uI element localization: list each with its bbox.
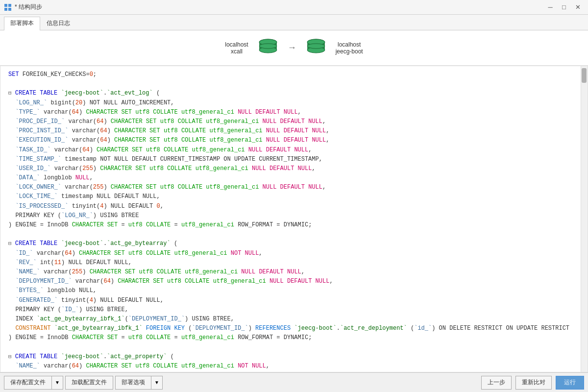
- scrollbar-thumb[interactable]: [582, 68, 587, 83]
- source-db-icon: [258, 38, 278, 57]
- prev-step-button[interactable]: 上一步: [481, 376, 512, 390]
- toggle-1[interactable]: ⊟: [8, 90, 12, 96]
- tab-info-log[interactable]: 信息日志: [40, 17, 76, 30]
- toggle-3[interactable]: ⊟: [8, 354, 12, 360]
- source-db: xcall: [225, 48, 248, 55]
- source-connection: localhost xcall: [225, 41, 248, 55]
- set-statement: SET FOREIGN_KEY_CHECKS=0;: [8, 70, 580, 79]
- save-config-button[interactable]: 保存配置文件: [4, 376, 52, 390]
- target-db-icon: [306, 38, 326, 57]
- target-connection: localhost jeecg-boot: [336, 41, 363, 55]
- deploy-options-group: 部署选项 ▼: [115, 376, 163, 390]
- table-act-evt-log: ⊟ CREATE TABLE `jeecg-boot`.`act_evt_log…: [8, 89, 580, 230]
- table-act-ge-property: ⊟ CREATE TABLE `jeecg-boot`.`act_ge_prop…: [8, 352, 580, 372]
- svg-rect-1: [8, 4, 11, 7]
- close-button[interactable]: ✕: [571, 2, 584, 13]
- recompare-button[interactable]: 重新比对: [515, 376, 552, 390]
- arrow-icon: →: [288, 43, 296, 53]
- svg-point-9: [259, 44, 277, 49]
- sql-block: SET FOREIGN_KEY_CHECKS=0; ⊟ CREATE TABLE…: [8, 70, 580, 372]
- svg-rect-2: [4, 8, 7, 11]
- table-act-ge-bytearray: ⊟ CREATE TABLE `jeecg-boot`.`act_ge_byte…: [8, 239, 580, 343]
- window-title: * 结构同步: [15, 3, 42, 11]
- window-controls: ─ □ ✕: [544, 2, 584, 13]
- tab-deploy-script[interactable]: 部署脚本: [4, 17, 40, 30]
- run-button[interactable]: 运行: [556, 376, 584, 390]
- app-icon: [4, 3, 12, 11]
- toggle-2[interactable]: ⊟: [8, 241, 12, 246]
- svg-point-15: [307, 44, 325, 49]
- connection-header: localhost xcall →: [0, 30, 588, 66]
- bottom-left-buttons: 保存配置文件 ▼ 加载配置文件 部署选项 ▼: [4, 376, 163, 390]
- title-bar-left: * 结构同步: [4, 3, 42, 11]
- tab-bar: 部署脚本 信息日志: [0, 15, 588, 30]
- bottom-right-buttons: 上一步 重新比对 运行: [481, 376, 584, 390]
- svg-rect-0: [4, 4, 7, 7]
- save-config-group: 保存配置文件 ▼: [4, 376, 63, 390]
- source-host: localhost: [225, 41, 248, 48]
- deploy-options-button[interactable]: 部署选项: [115, 376, 151, 390]
- scrollbar-track[interactable]: [581, 66, 588, 372]
- svg-rect-3: [8, 8, 11, 11]
- title-bar: * 结构同步 ─ □ ✕: [0, 0, 588, 15]
- minimize-button[interactable]: ─: [544, 2, 557, 13]
- deploy-options-dropdown[interactable]: ▼: [151, 376, 163, 390]
- target-host: localhost: [336, 41, 363, 48]
- load-config-group: 加载配置文件: [65, 376, 113, 390]
- save-config-dropdown[interactable]: ▼: [52, 376, 63, 390]
- maximize-button[interactable]: □: [558, 2, 570, 13]
- target-db: jeecg-boot: [336, 48, 363, 55]
- app-window: * 结构同步 ─ □ ✕ 部署脚本 信息日志 localhost xcall: [0, 0, 588, 392]
- load-config-button[interactable]: 加载配置文件: [65, 376, 113, 390]
- bottom-bar: 保存配置文件 ▼ 加载配置文件 部署选项 ▼ 上一步 重新比对 运行: [0, 372, 588, 392]
- sql-content-area[interactable]: SET FOREIGN_KEY_CHECKS=0; ⊟ CREATE TABLE…: [0, 66, 588, 372]
